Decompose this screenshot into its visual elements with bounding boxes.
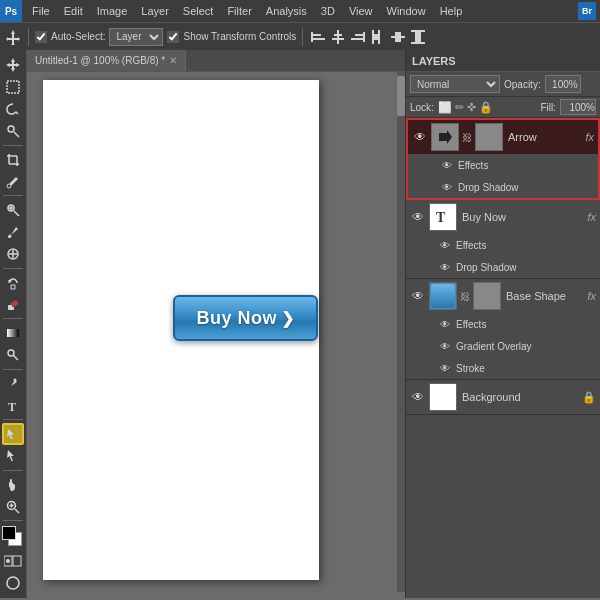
tool-brush[interactable]	[2, 222, 24, 243]
layer-item-arrow[interactable]: 👁 ⛓ Arrow fx	[408, 120, 598, 154]
toolbox: T	[0, 50, 27, 598]
sub-eye-effects-baseshape[interactable]: 👁	[438, 317, 452, 331]
tool-eyedropper[interactable]	[2, 171, 24, 192]
layer-mask-baseshape	[473, 282, 501, 310]
move-tool-icon[interactable]	[4, 28, 22, 46]
tool-marquee[interactable]	[2, 76, 24, 97]
color-swatches[interactable]	[2, 526, 24, 547]
auto-select-label: Auto-Select:	[51, 31, 105, 42]
svg-rect-54	[431, 385, 455, 409]
tool-gradient[interactable]	[2, 322, 24, 343]
tool-separator-2	[3, 195, 23, 196]
tool-shape-oval[interactable]	[2, 573, 24, 594]
layer-eye-arrow[interactable]: 👁	[412, 129, 428, 145]
svg-marker-18	[6, 58, 20, 72]
svg-rect-6	[332, 38, 344, 40]
tool-type[interactable]: T	[2, 395, 24, 416]
vertical-scrollbar[interactable]	[397, 72, 405, 592]
layer-item-buynow[interactable]: 👁 T Buy Now fx	[406, 200, 600, 234]
tool-history-brush[interactable]	[2, 272, 24, 293]
sub-eye-effects-buynow[interactable]: 👁	[438, 238, 452, 252]
menu-analysis[interactable]: Analysis	[260, 3, 313, 19]
menu-view[interactable]: View	[343, 3, 379, 19]
tool-path-select[interactable]	[2, 423, 24, 444]
distribute-left-icon[interactable]	[369, 28, 387, 46]
layer-thumb-arrow	[431, 123, 459, 151]
tool-lasso[interactable]	[2, 98, 24, 119]
layer-item-background[interactable]: 👁 Background 🔒	[406, 380, 600, 414]
tool-pen[interactable]	[2, 373, 24, 394]
tool-hand[interactable]	[2, 474, 24, 495]
tool-eraser[interactable]	[2, 294, 24, 315]
sub-eye-gradientoverlay[interactable]: 👁	[438, 339, 452, 353]
layer-eye-buynow[interactable]: 👁	[410, 209, 426, 225]
layers-list: 👁 ⛓ Arrow fx 👁 Effects	[406, 118, 600, 598]
scrollbar-thumb[interactable]	[397, 76, 405, 116]
sub-eye-effects-arrow[interactable]: 👁	[440, 158, 454, 172]
show-transform-checkbox[interactable]	[167, 31, 179, 43]
sub-eye-dropshadow-buynow[interactable]: 👁	[438, 260, 452, 274]
svg-marker-40	[7, 450, 14, 461]
svg-line-42	[15, 509, 19, 513]
menu-file[interactable]: File	[26, 3, 56, 19]
tool-quick-mask[interactable]	[2, 551, 24, 572]
sub-eye-dropshadow-arrow[interactable]: 👁	[440, 180, 454, 194]
align-left-icon[interactable]	[309, 28, 327, 46]
fill-input[interactable]	[560, 99, 596, 115]
lock-all-icon[interactable]: 🔒	[479, 101, 493, 114]
menu-window[interactable]: Window	[381, 3, 432, 19]
blend-mode-bar: Normal Multiply Screen Opacity:	[406, 72, 600, 97]
tool-separator-6	[3, 419, 23, 420]
layer-mask-arrow	[475, 123, 503, 151]
layer-eye-background[interactable]: 👁	[410, 389, 426, 405]
tool-separator-8	[3, 520, 23, 521]
fx-arrow[interactable]: fx	[585, 131, 594, 143]
fx-buynow[interactable]: fx	[587, 211, 596, 223]
close-tab-button[interactable]: ✕	[169, 55, 177, 66]
tool-zoom[interactable]	[2, 496, 24, 517]
align-center-icon[interactable]	[329, 28, 347, 46]
document-tab[interactable]: Untitled-1 @ 100% (RGB/8) * ✕	[27, 50, 186, 71]
tool-move[interactable]	[2, 54, 24, 75]
fx-baseshape[interactable]: fx	[587, 290, 596, 302]
blend-mode-select[interactable]: Normal Multiply Screen	[410, 75, 500, 93]
lock-position-icon[interactable]: ✜	[467, 101, 476, 114]
svg-rect-16	[411, 42, 425, 44]
sub-eye-stroke[interactable]: 👁	[438, 361, 452, 375]
tool-healing[interactable]	[2, 199, 24, 220]
auto-select-checkbox[interactable]	[35, 31, 47, 43]
distribute-center-icon[interactable]	[389, 28, 407, 46]
opacity-label: Opacity:	[504, 79, 541, 90]
sub-gradientoverlay-baseshape: 👁 Gradient Overlay	[406, 335, 600, 357]
menu-help[interactable]: Help	[434, 3, 469, 19]
sub-effects-arrow: 👁 Effects	[408, 154, 598, 176]
sub-label-dropshadow-buynow: Drop Shadow	[456, 262, 517, 273]
opacity-input[interactable]	[545, 75, 581, 93]
tool-dodge[interactable]	[2, 345, 24, 366]
foreground-color	[2, 526, 16, 540]
menu-select[interactable]: Select	[177, 3, 220, 19]
svg-rect-12	[374, 34, 378, 40]
distribute-right-icon[interactable]	[409, 28, 427, 46]
menu-edit[interactable]: Edit	[58, 3, 89, 19]
menu-3d[interactable]: 3D	[315, 3, 341, 19]
layer-name-buynow: Buy Now	[460, 211, 584, 223]
show-transform-label: Show Transform Controls	[183, 31, 296, 42]
menu-filter[interactable]: Filter	[221, 3, 257, 19]
lock-pixels-icon[interactable]: ✏	[455, 101, 464, 114]
tool-quick-select[interactable]	[2, 121, 24, 142]
canvas-scroll-area[interactable]: Buy Now ❯	[27, 72, 397, 590]
tool-crop[interactable]	[2, 149, 24, 170]
layer-group-arrow: 👁 ⛓ Arrow fx 👁 Effects	[406, 118, 600, 200]
menu-layer[interactable]: Layer	[135, 3, 175, 19]
auto-select-dropdown[interactable]: Layer Group	[109, 28, 163, 46]
menu-image[interactable]: Image	[91, 3, 134, 19]
layer-item-baseshape[interactable]: 👁 ⛓ Base Shape fx	[406, 279, 600, 313]
align-right-icon[interactable]	[349, 28, 367, 46]
tool-clone[interactable]	[2, 244, 24, 265]
layer-eye-baseshape[interactable]: 👁	[410, 288, 426, 304]
lock-transparent-icon[interactable]: ⬜	[438, 101, 452, 114]
layer-thumb-buynow: T	[429, 203, 457, 231]
tool-direct-select[interactable]	[2, 446, 24, 467]
svg-point-37	[14, 378, 17, 381]
